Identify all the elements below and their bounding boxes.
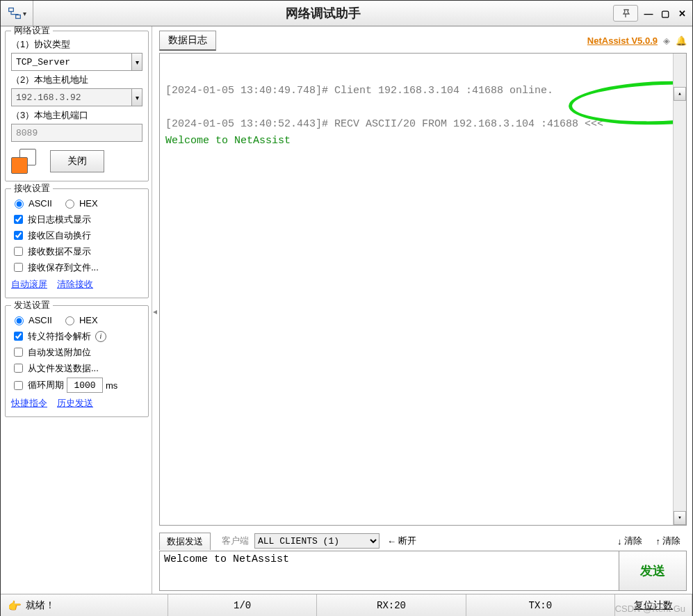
send-tab[interactable]: 数据发送 [159,533,211,550]
status-tx: TX:0 [466,594,615,616]
left-panel: 网络设置 （1）协议类型 ▾ （2）本地主机地址 ▾ （3）本地主机端口 [1,26,152,594]
scroll-up-icon[interactable]: ▴ [674,87,686,101]
send-button[interactable]: 发送 [619,551,686,590]
recv-hex-radio[interactable]: HEX [62,197,98,209]
recv-legend: 接收设置 [11,182,53,195]
log-area[interactable]: [2024-01-05 13:40:49.748]# Client 192.16… [159,53,687,526]
escape-checkbox[interactable]: 转义符指令解析 [11,330,91,343]
app-menu-icon[interactable]: ▾ [1,1,33,26]
loop-period-input[interactable] [67,378,103,393]
host-label: （2）本地主机地址 [11,74,142,86]
send-hex-radio[interactable]: HEX [62,314,98,325]
minimize-button[interactable]: — [642,8,655,18]
recv-settings-group: 接收设置 ASCII HEX 按日志模式显示 接收区自动换行 接收数据不显示 接… [5,188,149,298]
fromfile-checkbox[interactable]: 从文件发送数据... [11,362,99,375]
clearrecv-link[interactable]: 清除接收 [57,278,93,291]
log-line-3: Welcome to NetAssist [165,135,291,147]
network-icon [8,6,22,20]
history-link[interactable]: 历史发送 [57,397,93,410]
arrow-down-icon: ↓ [617,536,622,546]
pin-button[interactable] [613,5,638,22]
save-checkbox[interactable]: 接收保存到文件... [11,261,99,274]
maximize-button[interactable]: ▢ [659,8,671,18]
watermark: CSDN @Kent Gu [615,603,685,614]
shortcut-link[interactable]: 快捷指令 [11,397,47,410]
splitter-handle[interactable]: ◂ [152,26,158,594]
close-connection-button[interactable]: 关闭 [50,150,104,172]
title-bar: ▾ 网络调试助手 — ▢ ✕ [1,1,692,26]
logmode-checkbox[interactable]: 按日志模式显示 [11,213,91,226]
protocol-label: （1）协议类型 [11,38,142,51]
network-settings-group: 网络设置 （1）协议类型 ▾ （2）本地主机地址 ▾ （3）本地主机端口 [5,31,149,181]
send-input[interactable]: Welcome to NetAssist [160,551,619,590]
diamond-icon[interactable]: ◈ [663,35,670,46]
window-title: 网络调试助手 [33,5,613,22]
port-value[interactable] [12,124,142,141]
loop-unit: ms [106,380,117,391]
recv-ascii-label: ASCII [28,198,52,209]
chevron-down-icon[interactable]: ▾ [131,89,142,106]
log-tab[interactable]: 数据日志 [159,31,216,51]
port-label: （3）本地主机端口 [11,109,142,122]
client-label: 客户端 [222,535,249,547]
svg-rect-1 [15,15,20,19]
status-ready: 👉 就绪！ [1,594,168,616]
host-value[interactable] [12,89,131,106]
clear-up-button[interactable]: ↑清除 [650,533,687,549]
close-button[interactable]: ✕ [676,8,688,18]
send-legend: 发送设置 [11,299,53,311]
pin-icon [620,8,631,18]
port-input[interactable] [11,124,142,142]
connection-status-icon [11,149,36,174]
clear-down-button[interactable]: ↓清除 [611,533,649,549]
disconnect-button[interactable]: ←断开 [381,533,423,549]
send-ascii-radio[interactable]: ASCII [11,314,52,325]
scroll-down-icon[interactable]: ▾ [674,511,686,525]
hide-checkbox[interactable]: 接收数据不显示 [11,245,91,258]
host-combo[interactable]: ▾ [11,88,142,106]
bell-icon[interactable]: 🔔 [676,35,687,46]
recv-ascii-radio[interactable]: ASCII [11,197,52,209]
client-select[interactable]: ALL CLIENTS (1) [254,533,380,549]
chevron-down-icon[interactable]: ▾ [131,54,142,70]
protocol-value[interactable] [12,54,131,70]
status-ratio: 1/0 [168,594,317,616]
svg-rect-0 [8,8,13,12]
log-line-2a: [2024-01-05 13:40:52.443]# RECV ASCII/20… [165,118,585,130]
network-legend: 网络设置 [11,26,53,37]
loop-checkbox[interactable]: 循环周期 [11,379,64,392]
brand-link[interactable]: NetAssist V5.0.9 [587,35,658,46]
hand-icon: 👉 [8,599,22,613]
arrow-left-icon: ← [387,536,396,546]
autoscroll-link[interactable]: 自动滚屏 [11,278,47,291]
log-line-2b: <<< [585,118,603,130]
chevron-down-icon: ▾ [23,10,26,17]
protocol-combo[interactable]: ▾ [11,53,142,71]
log-line-1: [2024-01-05 13:40:49.748]# Client 192.16… [165,85,553,97]
status-ready-label: 就绪！ [26,599,55,612]
send-section: 数据发送 客户端 ALL CLIENTS (1) ←断开 ↓清除 ↑清除 Wel… [159,531,687,591]
arrow-up-icon: ↑ [656,536,661,546]
append-checkbox[interactable]: 自动发送附加位 [11,346,91,359]
right-panel: 数据日志 NetAssist V5.0.9 ◈ 🔔 [2024-01-05 13… [158,26,692,594]
wrap-checkbox[interactable]: 接收区自动换行 [11,229,91,242]
status-bar: 👉 就绪！ 1/0 RX:20 TX:0 复位计数 [1,594,692,616]
send-settings-group: 发送设置 ASCII HEX 转义符指令解析i 自动发送附加位 从文件发送数据.… [5,305,149,417]
recv-hex-label: HEX [79,198,98,209]
info-icon[interactable]: i [95,331,106,342]
status-rx: RX:20 [317,594,466,616]
vertical-scrollbar[interactable]: ▴ ▾ [673,54,686,525]
